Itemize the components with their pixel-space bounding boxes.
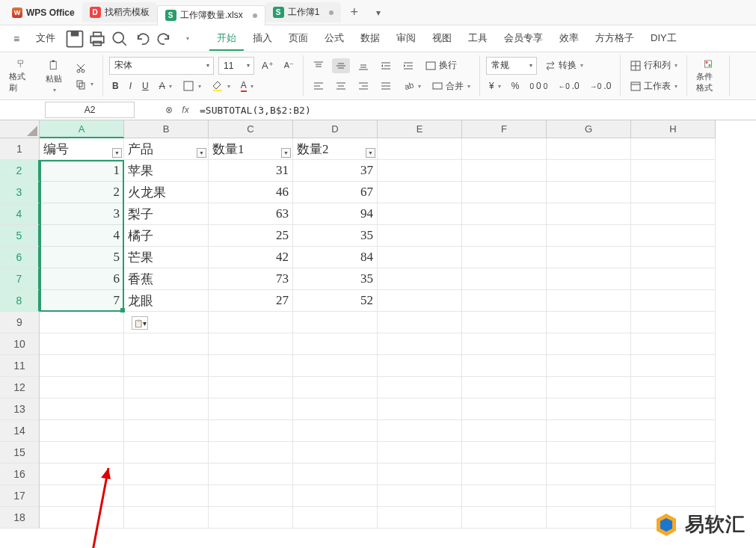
col-header-G[interactable]: G (547, 120, 631, 138)
cell[interactable] (547, 138, 631, 160)
cell[interactable] (631, 442, 716, 464)
cell[interactable] (293, 333, 378, 355)
cell[interactable] (124, 355, 209, 377)
cell[interactable] (462, 203, 547, 225)
filter-arrow-icon[interactable]: ▼ (281, 148, 291, 158)
cell[interactable] (378, 464, 462, 485)
cell[interactable] (209, 312, 293, 333)
tab-page[interactable]: 页面 (281, 27, 316, 51)
align-middle-button[interactable] (332, 58, 350, 73)
cell[interactable] (124, 464, 209, 485)
cell[interactable]: 37 (293, 160, 378, 182)
tab-diy[interactable]: DIY工 (643, 27, 684, 51)
col-header-A[interactable]: A (40, 120, 124, 138)
cell[interactable] (631, 225, 716, 247)
cell[interactable] (293, 485, 378, 507)
cell[interactable] (124, 398, 209, 420)
cell[interactable] (631, 138, 716, 160)
filter-arrow-icon[interactable]: ▼ (197, 148, 206, 158)
cell[interactable] (547, 290, 631, 312)
cell[interactable]: 5 (40, 247, 124, 268)
cell[interactable] (293, 398, 378, 420)
cell[interactable] (40, 398, 124, 420)
cell[interactable] (40, 442, 124, 464)
cell[interactable]: 35 (293, 225, 378, 247)
cell[interactable] (40, 333, 124, 355)
col-header-D[interactable]: D (293, 120, 378, 138)
row-header-1[interactable]: 1 (0, 138, 40, 160)
cell[interactable] (209, 377, 293, 398)
cell[interactable] (547, 333, 631, 355)
row-header-4[interactable]: 4 (0, 203, 40, 225)
cell[interactable] (40, 485, 124, 507)
row-header-17[interactable]: 17 (0, 485, 40, 507)
formula-input[interactable]: =SUBTOTAL(3,B$2:B2) (194, 105, 756, 116)
cell[interactable] (547, 485, 631, 507)
align-bottom-button[interactable] (354, 58, 372, 73)
thousands-button[interactable]: 000 (526, 79, 550, 93)
cell[interactable]: 94 (293, 203, 378, 225)
cell[interactable] (293, 442, 378, 464)
row-header-10[interactable]: 10 (0, 333, 40, 355)
cell[interactable]: 84 (293, 247, 378, 268)
cell[interactable] (462, 398, 547, 420)
cell[interactable] (462, 507, 547, 529)
tab-data[interactable]: 数据 (353, 27, 387, 51)
row-header-13[interactable]: 13 (0, 398, 40, 420)
cell[interactable] (462, 485, 547, 507)
cell[interactable] (40, 377, 124, 398)
indent-increase-button[interactable] (399, 58, 417, 73)
cell[interactable]: 编号▼ (40, 138, 124, 160)
cell[interactable] (462, 333, 547, 355)
cell[interactable] (378, 268, 462, 290)
col-header-C[interactable]: C (209, 120, 293, 138)
cell[interactable]: 数量1▼ (209, 138, 293, 160)
file-tab-1[interactable]: S 工作簿数量.xlsx (157, 5, 265, 25)
cell[interactable] (293, 420, 378, 442)
cell[interactable] (209, 333, 293, 355)
tab-formula[interactable]: 公式 (317, 27, 351, 51)
cell[interactable]: 7 (40, 290, 124, 312)
cell[interactable] (462, 268, 547, 290)
row-header-16[interactable]: 16 (0, 464, 40, 485)
cell[interactable]: 27 (209, 290, 293, 312)
tab-tools[interactable]: 工具 (461, 27, 495, 51)
cell[interactable] (378, 203, 462, 225)
row-header-18[interactable]: 18 (0, 507, 40, 529)
save-icon[interactable] (64, 28, 85, 49)
font-color-button[interactable]: A (238, 78, 256, 93)
align-top-button[interactable] (310, 58, 328, 73)
cell[interactable] (462, 225, 547, 247)
row-header-11[interactable]: 11 (0, 355, 40, 377)
font-increase-button[interactable]: A⁺ (259, 58, 277, 73)
cell[interactable]: 35 (293, 268, 378, 290)
cell[interactable] (293, 507, 378, 529)
cell[interactable] (378, 160, 462, 182)
paste-button[interactable]: 粘贴 (39, 58, 69, 95)
convert-button[interactable]: 转换 (541, 58, 586, 73)
cell[interactable]: 香蕉 (124, 268, 209, 290)
cell[interactable] (631, 312, 716, 333)
cell[interactable] (462, 442, 547, 464)
select-all-corner[interactable] (0, 120, 40, 138)
cell[interactable]: 73 (209, 268, 293, 290)
quick-access-more[interactable] (176, 28, 197, 49)
cell[interactable] (547, 398, 631, 420)
cell[interactable] (378, 377, 462, 398)
cell[interactable] (462, 464, 547, 485)
cell[interactable]: 梨子 (124, 203, 209, 225)
cell[interactable] (631, 290, 716, 312)
cell[interactable] (631, 160, 716, 182)
copy-button[interactable] (72, 77, 96, 92)
undo-icon[interactable] (132, 28, 153, 49)
border-button[interactable] (179, 78, 204, 93)
cell[interactable] (547, 420, 631, 442)
wrap-text-button[interactable]: 换行 (422, 58, 460, 73)
row-header-7[interactable]: 7 (0, 268, 40, 290)
align-right-button[interactable] (354, 78, 372, 93)
cell[interactable] (462, 420, 547, 442)
cell[interactable]: 42 (209, 247, 293, 268)
cell[interactable] (462, 355, 547, 377)
cell[interactable] (40, 464, 124, 485)
indent-decrease-button[interactable] (377, 58, 395, 73)
